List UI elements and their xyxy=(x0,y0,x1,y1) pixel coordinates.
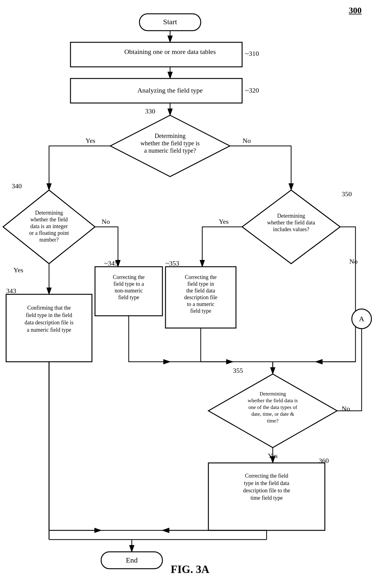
svg-text:Start: Start xyxy=(163,18,177,26)
svg-text:to a numeric: to a numeric xyxy=(187,301,215,307)
svg-text:Determining: Determining xyxy=(35,210,63,216)
svg-text:330: 330 xyxy=(145,107,155,115)
svg-text:includes values?: includes values? xyxy=(273,226,309,232)
svg-text:Obtaining one or more data tab: Obtaining one or more data tables xyxy=(124,48,216,55)
svg-text:A: A xyxy=(359,315,364,323)
svg-text:Yes: Yes xyxy=(86,137,95,144)
flowchart-diagram: Start Obtaining one or more data tables … xyxy=(0,0,380,588)
svg-text:340: 340 xyxy=(12,182,22,190)
page: 300 Start Obtaining one or more data tab… xyxy=(0,0,380,588)
svg-text:or a floating point: or a floating point xyxy=(29,230,69,236)
svg-text:whether the field data: whether the field data xyxy=(267,220,315,226)
svg-text:~345: ~345 xyxy=(104,259,118,267)
svg-text:Determining: Determining xyxy=(260,391,286,397)
svg-text:field type: field type xyxy=(190,308,211,314)
figure-caption: FIG. 3A xyxy=(171,563,209,576)
svg-text:Determining: Determining xyxy=(154,132,185,139)
svg-text:~310: ~310 xyxy=(245,50,259,57)
svg-text:Yes: Yes xyxy=(13,266,23,274)
svg-text:data description file is: data description file is xyxy=(25,319,73,326)
svg-text:field type in the field: field type in the field xyxy=(26,312,72,318)
svg-text:355: 355 xyxy=(233,367,243,374)
svg-text:type in the field data: type in the field data xyxy=(244,480,289,486)
svg-text:one of the data types of: one of the data types of xyxy=(248,404,297,410)
svg-text:~353: ~353 xyxy=(165,259,179,267)
svg-text:Yes: Yes xyxy=(219,218,229,225)
svg-text:Confirming that the: Confirming that the xyxy=(27,305,71,311)
svg-text:~320: ~320 xyxy=(245,86,259,94)
svg-text:data is an integer: data is an integer xyxy=(30,223,68,229)
svg-text:No: No xyxy=(243,137,251,144)
svg-text:description file to the: description file to the xyxy=(243,487,290,494)
svg-text:whether the field type is: whether the field type is xyxy=(140,140,200,147)
svg-text:field type: field type xyxy=(118,294,139,300)
svg-text:End: End xyxy=(126,556,138,564)
svg-marker-58 xyxy=(208,374,337,448)
svg-text:field type to a: field type to a xyxy=(113,281,144,287)
svg-text:350: 350 xyxy=(342,190,352,198)
svg-text:time field type: time field type xyxy=(251,495,283,501)
svg-text:Correcting the field: Correcting the field xyxy=(245,473,288,479)
svg-text:Correcting the: Correcting the xyxy=(185,274,216,280)
svg-text:343: 343 xyxy=(6,287,16,295)
svg-text:time?: time? xyxy=(267,418,279,424)
svg-text:No: No xyxy=(349,258,358,265)
svg-text:a numeric field type: a numeric field type xyxy=(27,327,71,333)
svg-text:field type in: field type in xyxy=(188,281,214,287)
svg-text:number?: number? xyxy=(40,237,59,243)
svg-text:non-numeric: non-numeric xyxy=(115,288,143,294)
svg-text:Correcting the: Correcting the xyxy=(113,274,144,280)
svg-text:description file: description file xyxy=(184,294,217,300)
svg-text:date, time, or date &: date, time, or date & xyxy=(251,411,294,417)
svg-text:whether the field: whether the field xyxy=(30,216,68,223)
svg-text:No: No xyxy=(102,218,110,225)
svg-text:a numeric field type?: a numeric field type? xyxy=(144,147,196,154)
svg-text:whether the field data is: whether the field data is xyxy=(248,398,298,403)
svg-text:Analyzing the field type: Analyzing the field type xyxy=(137,86,203,94)
svg-text:the field data: the field data xyxy=(186,288,215,294)
svg-text:Determining: Determining xyxy=(277,213,305,219)
